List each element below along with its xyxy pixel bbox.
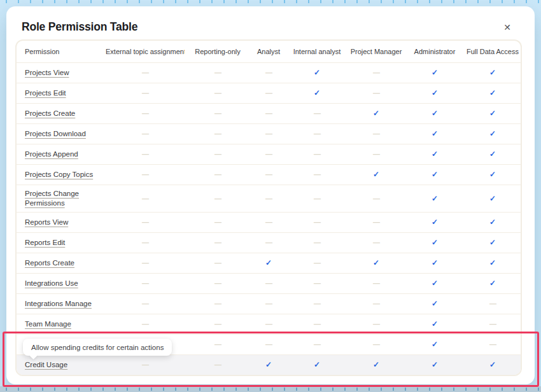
- dash-icon: —: [214, 259, 221, 267]
- role-value-cell: —: [286, 103, 348, 123]
- dash-icon: —: [314, 150, 320, 158]
- role-value-cell: ✓: [405, 293, 465, 314]
- check-icon: ✓: [432, 109, 438, 118]
- role-value-cell: —: [106, 62, 185, 83]
- role-value-cell: —: [348, 232, 405, 253]
- check-icon: ✓: [432, 258, 438, 267]
- role-value-cell: —: [106, 314, 185, 334]
- dash-icon: —: [142, 89, 148, 97]
- check-icon: ✓: [432, 194, 438, 203]
- dash-icon: —: [373, 89, 379, 97]
- dash-icon: —: [142, 171, 148, 178]
- check-icon: ✓: [489, 258, 496, 267]
- table-header-row: PermissionExternal topic assignmentRepor…: [17, 41, 521, 62]
- column-header: Analyst: [251, 41, 286, 62]
- check-icon: ✓: [314, 88, 320, 97]
- permission-label[interactable]: Projects Edit: [25, 89, 66, 97]
- role-value-cell: —: [185, 185, 251, 212]
- role-value-cell: —: [251, 185, 286, 212]
- role-value-cell: —: [348, 334, 405, 354]
- role-value-cell: —: [348, 123, 405, 144]
- role-value-cell: ✓: [405, 253, 465, 273]
- check-icon: ✓: [373, 360, 379, 369]
- check-icon: ✓: [314, 68, 320, 77]
- role-value-cell: —: [251, 232, 286, 253]
- background-ruler-bottom: [6, 388, 541, 391]
- permission-cell: Projects Edit: [17, 83, 106, 103]
- dash-icon: —: [373, 69, 379, 76]
- role-value-cell: —: [185, 103, 251, 123]
- role-value-cell: —: [185, 354, 251, 375]
- table-row: Reports View—————✓✓: [17, 212, 521, 232]
- role-value-cell: ✓: [348, 103, 405, 123]
- permission-label[interactable]: Credit Usage: [25, 361, 67, 368]
- check-icon: ✓: [489, 88, 496, 97]
- permission-cell: Projects Change Permissions: [17, 185, 106, 212]
- permission-label[interactable]: Integrations Use: [25, 279, 78, 287]
- dash-icon: —: [265, 69, 272, 76]
- permission-label[interactable]: Projects Copy Topics: [25, 171, 93, 178]
- dash-icon: —: [214, 195, 221, 202]
- dash-icon: —: [265, 150, 272, 158]
- permission-cell: Integrations Use: [17, 273, 106, 293]
- role-value-cell: ✓: [405, 123, 465, 144]
- dash-icon: —: [373, 300, 379, 307]
- role-value-cell: —: [348, 83, 405, 103]
- check-icon: ✓: [432, 319, 438, 328]
- role-value-cell: ✓: [465, 212, 521, 232]
- check-icon: ✓: [432, 279, 438, 288]
- dash-icon: —: [142, 195, 148, 202]
- dash-icon: —: [373, 340, 379, 348]
- role-value-cell: —: [185, 293, 251, 314]
- permission-label[interactable]: Projects Download: [25, 130, 86, 137]
- check-icon: ✓: [432, 360, 438, 369]
- dash-icon: —: [265, 239, 272, 246]
- role-value-cell: —: [185, 62, 251, 83]
- role-value-cell: —: [251, 144, 286, 164]
- dash-icon: —: [489, 340, 496, 348]
- table-row: Reports Create——✓—✓✓✓: [17, 253, 521, 273]
- permission-label[interactable]: Reports View: [25, 218, 68, 226]
- role-value-cell: ✓: [465, 164, 521, 185]
- permission-label[interactable]: Projects Create: [25, 109, 75, 117]
- permission-table-card: PermissionExternal topic assignmentRepor…: [15, 39, 522, 376]
- permission-label[interactable]: Reports Create: [25, 259, 74, 267]
- role-value-cell: ✓: [465, 103, 521, 123]
- canvas-background: Role Permission Table ✕ PermissionExtern…: [0, 0, 541, 392]
- check-icon: ✓: [314, 360, 320, 369]
- role-value-cell: —: [251, 123, 286, 144]
- role-value-cell: ✓: [405, 144, 465, 164]
- role-value-cell: ✓: [251, 354, 286, 375]
- permission-cell: Reports View: [17, 212, 106, 232]
- permission-cell: Projects Create: [17, 103, 106, 123]
- role-value-cell: —: [286, 123, 348, 144]
- tooltip-text: Allow spending credits for certain actio…: [31, 344, 164, 351]
- role-value-cell: —: [185, 164, 251, 185]
- permission-label[interactable]: Projects Change Permissions: [25, 190, 79, 207]
- role-value-cell: ✓: [405, 83, 465, 103]
- close-icon[interactable]: ✕: [500, 20, 514, 34]
- dash-icon: —: [214, 361, 221, 368]
- role-value-cell: ✓: [405, 103, 465, 123]
- permission-cell: Projects View: [17, 62, 106, 83]
- role-value-cell: ✓: [251, 253, 286, 273]
- permission-label[interactable]: Projects View: [25, 69, 69, 76]
- column-header: Internal analyst: [286, 41, 348, 62]
- role-value-cell: —: [286, 334, 348, 354]
- permission-label[interactable]: Reports Edit: [25, 239, 65, 246]
- role-value-cell: —: [286, 232, 348, 253]
- dash-icon: —: [142, 109, 148, 117]
- permission-label[interactable]: Team Manage: [25, 320, 71, 328]
- dash-icon: —: [265, 218, 272, 226]
- role-value-cell: —: [251, 103, 286, 123]
- role-value-cell: —: [251, 83, 286, 103]
- check-icon: ✓: [489, 360, 496, 369]
- role-value-cell: —: [185, 314, 251, 334]
- role-value-cell: ✓: [405, 212, 465, 232]
- permission-label[interactable]: Projects Append: [25, 150, 78, 158]
- role-value-cell: —: [106, 123, 185, 144]
- permission-label[interactable]: Integrations Manage: [25, 300, 92, 307]
- role-value-cell: —: [185, 232, 251, 253]
- role-value-cell: —: [286, 314, 348, 334]
- role-value-cell: ✓: [405, 62, 465, 83]
